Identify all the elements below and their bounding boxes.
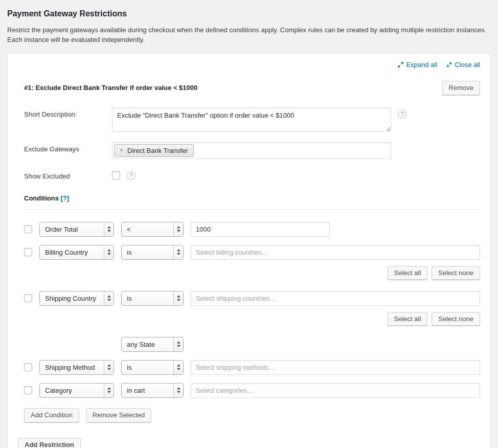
close-all-label: Close all xyxy=(455,61,480,69)
conditions-body: Order Total < Billing Country xyxy=(24,209,480,422)
select-value: in cart xyxy=(127,387,145,394)
select-value: is xyxy=(127,249,131,256)
help-icon[interactable]: ? xyxy=(398,110,406,119)
close-all-link[interactable]: Close all xyxy=(446,61,480,69)
stepper-icon xyxy=(173,384,183,397)
conditions-help-link[interactable]: [?] xyxy=(61,194,70,202)
remove-restriction-button[interactable]: Remove xyxy=(442,81,480,95)
remove-tag-icon[interactable]: × xyxy=(120,147,123,154)
gateway-tag-label: Direct Bank Transfer xyxy=(127,147,188,154)
exclude-gateways-row: Exclude Gateways × Direct Bank Transfer xyxy=(24,142,480,159)
condition-state-row: any State xyxy=(121,337,480,352)
condition-row: Category in cart xyxy=(24,383,480,398)
gateway-tag: × Direct Bank Transfer xyxy=(114,144,194,157)
show-excluded-label: Show Excluded xyxy=(24,169,112,180)
stepper-icon xyxy=(173,222,183,236)
stepper-icon xyxy=(173,338,183,351)
condition-row: Billing Country is xyxy=(24,245,480,260)
condition-operator-select[interactable]: is xyxy=(121,360,184,375)
short-description-row: Short Description: Exclude "Direct Bank … xyxy=(24,107,480,132)
condition-field-select[interactable]: Billing Country xyxy=(39,245,114,260)
select-all-button[interactable]: Select all xyxy=(388,312,428,326)
expand-icon xyxy=(398,62,403,68)
stepper-icon xyxy=(173,361,183,374)
restriction-instance: #1: Exclude Direct Bank Transfer if orde… xyxy=(18,81,480,422)
state-select[interactable]: any State xyxy=(121,337,184,352)
instance-title[interactable]: #1: Exclude Direct Bank Transfer if orde… xyxy=(24,84,197,92)
page-description: Restrict the payment gateways available … xyxy=(7,26,491,45)
stepper-icon xyxy=(173,292,183,305)
select-value: any State xyxy=(127,341,155,348)
select-buttons-row: Select all Select none xyxy=(24,312,480,326)
select-value: is xyxy=(127,295,131,302)
stepper-icon xyxy=(104,292,114,305)
condition-value-input[interactable] xyxy=(191,222,330,237)
add-restriction-button[interactable]: Add Restriction xyxy=(18,438,81,448)
restrictions-panel: Expand all Close all #1: Exclude Direct … xyxy=(7,53,491,448)
conditions-heading-label: Conditions xyxy=(24,194,59,202)
select-value: Category xyxy=(45,387,72,394)
select-none-button[interactable]: Select none xyxy=(432,312,480,326)
page: Payment Gateway Restrictions Restrict th… xyxy=(0,0,498,448)
add-restriction-row: Add Restriction xyxy=(18,438,480,448)
page-title: Payment Gateway Restrictions xyxy=(7,9,491,18)
show-excluded-checkbox[interactable] xyxy=(112,171,120,180)
show-excluded-row: Show Excluded ? xyxy=(24,169,480,180)
select-value: Order Total xyxy=(45,226,78,233)
stepper-icon xyxy=(104,245,114,259)
stepper-icon xyxy=(104,384,114,397)
conditions-heading: Conditions [?] xyxy=(24,194,480,202)
select-all-button[interactable]: Select all xyxy=(388,266,428,280)
stepper-icon xyxy=(104,361,114,374)
condition-checkbox[interactable] xyxy=(24,225,32,233)
condition-operator-select[interactable]: is xyxy=(121,291,184,306)
select-value: Shipping Country xyxy=(45,295,96,302)
condition-operator-select[interactable]: in cart xyxy=(121,383,184,398)
shipping-countries-input[interactable] xyxy=(191,291,480,306)
condition-actions: Add Condition Remove Selected xyxy=(24,408,480,422)
collapse-icon xyxy=(446,62,452,68)
condition-field-select[interactable]: Shipping Country xyxy=(39,291,114,306)
expand-all-link[interactable]: Expand all xyxy=(398,61,437,69)
condition-checkbox[interactable] xyxy=(24,386,32,394)
exclude-gateways-label: Exclude Gateways xyxy=(24,142,112,153)
condition-checkbox[interactable] xyxy=(24,363,32,371)
categories-input[interactable] xyxy=(191,383,480,398)
billing-countries-input[interactable] xyxy=(191,245,480,260)
stepper-icon xyxy=(173,245,183,259)
condition-checkbox[interactable] xyxy=(24,294,32,302)
condition-field-select[interactable]: Shipping Method xyxy=(39,360,114,375)
condition-field-select[interactable]: Category xyxy=(39,383,114,398)
expand-all-label: Expand all xyxy=(406,61,437,69)
add-condition-button[interactable]: Add Condition xyxy=(24,408,79,422)
short-description-label: Short Description: xyxy=(24,107,112,118)
condition-row: Order Total < xyxy=(24,222,480,237)
condition-field-select[interactable]: Order Total xyxy=(39,222,114,237)
instance-header: #1: Exclude Direct Bank Transfer if orde… xyxy=(24,81,480,95)
condition-checkbox[interactable] xyxy=(24,248,32,256)
condition-operator-select[interactable]: < xyxy=(121,222,184,237)
select-value: Billing Country xyxy=(45,249,88,256)
select-value: is xyxy=(127,364,131,371)
shipping-methods-input[interactable] xyxy=(191,360,480,375)
condition-operator-select[interactable]: is xyxy=(121,245,184,260)
stepper-icon xyxy=(104,222,114,236)
select-value: Shipping Method xyxy=(45,364,95,371)
remove-selected-button[interactable]: Remove Selected xyxy=(86,408,152,422)
short-description-input[interactable]: Exclude "Direct Bank Transfer" option if… xyxy=(112,107,391,132)
panel-links: Expand all Close all xyxy=(18,61,480,69)
select-none-button[interactable]: Select none xyxy=(432,266,480,280)
condition-row: Shipping Country is xyxy=(24,291,480,306)
help-icon[interactable]: ? xyxy=(127,171,135,180)
select-buttons-row: Select all Select none xyxy=(24,266,480,280)
exclude-gateways-input[interactable]: × Direct Bank Transfer xyxy=(112,142,391,159)
condition-row: Shipping Method is xyxy=(24,360,480,375)
select-value: < xyxy=(127,226,131,233)
